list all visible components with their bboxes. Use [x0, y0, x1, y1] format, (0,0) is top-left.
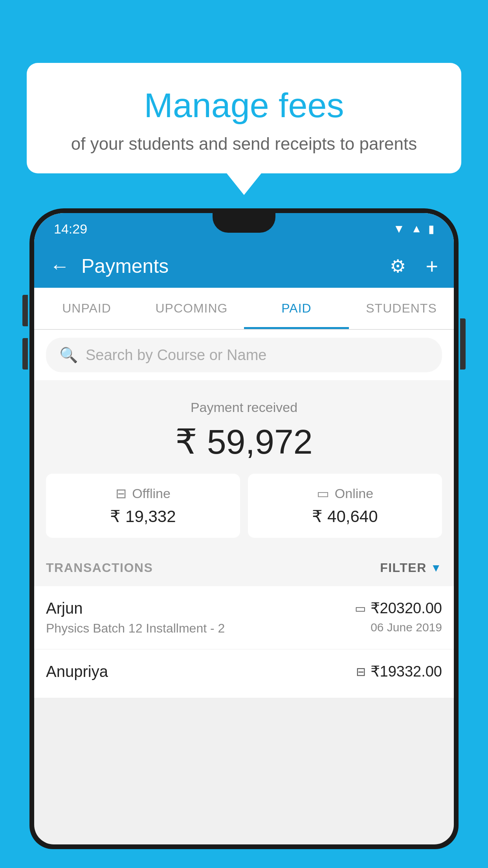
tab-paid[interactable]: PAID	[244, 288, 349, 329]
online-amount: ₹ 40,640	[257, 507, 433, 526]
tab-upcoming[interactable]: UPCOMING	[139, 288, 244, 329]
search-bar-wrapper: 🔍 Search by Course or Name	[34, 330, 454, 380]
payment-received-label: Payment received	[46, 400, 442, 415]
phone-notch	[213, 213, 275, 233]
speech-bubble: Manage fees of your students and send re…	[27, 63, 461, 173]
app-bar: ← Payments ⚙ +	[34, 245, 454, 288]
search-bar[interactable]: 🔍 Search by Course or Name	[46, 338, 442, 372]
manage-fees-subtitle: of your students and send receipts to pa…	[58, 134, 430, 154]
offline-amount: ₹ 19,332	[55, 507, 231, 526]
phone-wrapper: 14:29 ▼ ▲ ▮ ← Payments ⚙ + UNPAID	[29, 208, 459, 868]
status-time: 14:29	[54, 221, 87, 237]
payment-total-amount: ₹ 59,972	[46, 421, 442, 462]
filter-icon: ▼	[431, 562, 442, 574]
filter-button[interactable]: FILTER ▼	[380, 561, 442, 575]
power-button	[460, 318, 466, 370]
online-label: Online	[335, 486, 373, 501]
wifi-icon: ▼	[393, 222, 405, 235]
transaction-amount-row: ⊟ ₹19332.00	[356, 663, 442, 680]
status-icons: ▼ ▲ ▮	[393, 222, 434, 235]
payment-cards: ⊟ Offline ₹ 19,332 ▭ Online ₹ 40,640	[46, 474, 442, 538]
transaction-right: ⊟ ₹19332.00	[356, 663, 442, 684]
tabs-bar: UNPAID UPCOMING PAID STUDENTS	[34, 288, 454, 330]
transaction-left: Arjun Physics Batch 12 Installment - 2	[46, 600, 355, 636]
payment-section: Payment received ₹ 59,972 ⊟ Offline ₹ 19…	[34, 380, 454, 550]
offline-label: Offline	[132, 486, 171, 501]
speech-bubble-container: Manage fees of your students and send re…	[27, 63, 461, 195]
transaction-detail: Physics Batch 12 Installment - 2	[46, 621, 355, 636]
card-icon: ▭	[355, 601, 366, 615]
volume-up-button	[22, 295, 28, 326]
online-card-header: ▭ Online	[257, 485, 433, 501]
online-payment-card: ▭ Online ₹ 40,640	[248, 474, 442, 538]
transaction-amount-row: ▭ ₹20320.00	[355, 600, 442, 617]
offline-card-header: ⊟ Offline	[55, 485, 231, 501]
tab-students[interactable]: STUDENTS	[349, 288, 454, 329]
offline-payment-card: ⊟ Offline ₹ 19,332	[46, 474, 240, 538]
volume-down-button	[22, 338, 28, 370]
filter-label: FILTER	[380, 561, 427, 575]
signal-icon: ▲	[411, 223, 422, 235]
search-icon: 🔍	[59, 346, 78, 364]
phone-screen: 14:29 ▼ ▲ ▮ ← Payments ⚙ + UNPAID	[34, 213, 454, 844]
transaction-amount: ₹19332.00	[371, 663, 442, 680]
tab-unpaid[interactable]: UNPAID	[34, 288, 139, 329]
transactions-label: TRANSACTIONS	[46, 561, 153, 575]
transaction-right: ▭ ₹20320.00 06 June 2019	[355, 600, 442, 634]
transaction-name: Arjun	[46, 600, 355, 617]
online-icon: ▭	[317, 485, 329, 501]
search-input[interactable]: Search by Course or Name	[86, 347, 266, 364]
battery-icon: ▮	[428, 223, 434, 235]
manage-fees-title: Manage fees	[58, 86, 430, 125]
offline-card-icon: ⊟	[356, 665, 366, 679]
table-row[interactable]: Anupriya ⊟ ₹19332.00	[34, 649, 454, 698]
transactions-header: TRANSACTIONS FILTER ▼	[34, 550, 454, 586]
transaction-name: Anupriya	[46, 663, 356, 680]
transaction-left: Anupriya	[46, 663, 356, 684]
page-title: Payments	[81, 255, 378, 278]
speech-bubble-arrow	[227, 173, 261, 195]
table-row[interactable]: Arjun Physics Batch 12 Installment - 2 ▭…	[34, 586, 454, 649]
settings-icon[interactable]: ⚙	[390, 256, 406, 277]
transaction-date: 06 June 2019	[355, 621, 442, 634]
offline-icon: ⊟	[116, 485, 127, 501]
back-button[interactable]: ←	[50, 255, 70, 278]
add-button[interactable]: +	[426, 254, 438, 278]
transaction-amount: ₹20320.00	[371, 600, 442, 617]
phone-outer: 14:29 ▼ ▲ ▮ ← Payments ⚙ + UNPAID	[29, 208, 459, 849]
